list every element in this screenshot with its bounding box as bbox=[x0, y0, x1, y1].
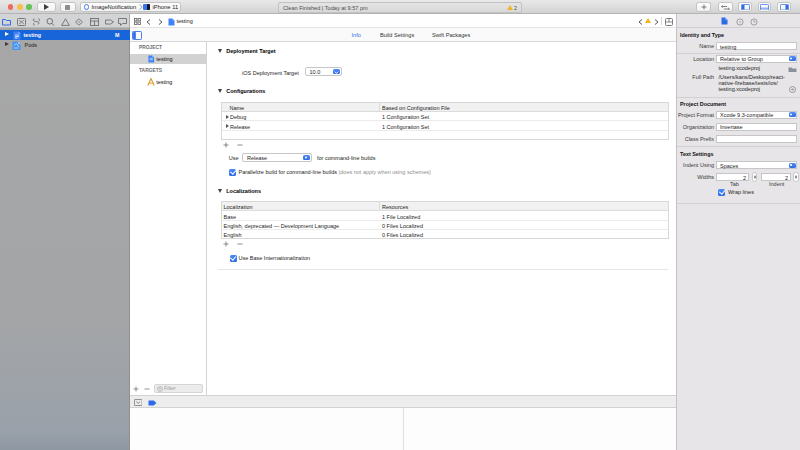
svg-text:?: ? bbox=[738, 19, 741, 24]
